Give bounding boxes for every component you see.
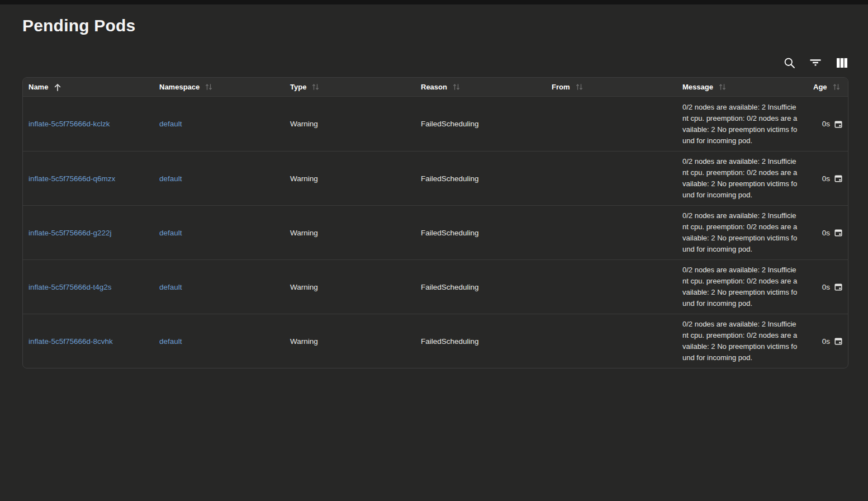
pod-name-link[interactable]: inflate-5c5f75666d-kclzk	[29, 120, 110, 128]
column-header-label: Age	[813, 83, 827, 91]
sort-icon	[205, 83, 213, 91]
pod-name-link[interactable]: inflate-5c5f75666d-g222j	[29, 229, 112, 237]
page-title: Pending Pods	[22, 16, 848, 35]
column-header-name[interactable]: Name	[23, 83, 154, 92]
age-cell: 0s	[808, 120, 848, 129]
pod-name-link[interactable]: inflate-5c5f75666d-8cvhk	[29, 337, 113, 346]
reason-cell: FailedScheduling	[415, 229, 546, 237]
table-body: inflate-5c5f75666d-kclzk default Warning…	[23, 97, 848, 368]
pod-name-link[interactable]: inflate-5c5f75666d-q6mzx	[29, 174, 115, 183]
columns-button[interactable]	[835, 56, 848, 69]
sort-icon	[311, 83, 320, 91]
sort-icon	[718, 83, 727, 91]
sort-icon	[452, 83, 461, 91]
namespace-link[interactable]: default	[159, 229, 182, 237]
column-header-message[interactable]: Message	[677, 83, 808, 91]
age-cell: 0s	[808, 228, 848, 237]
type-cell: Warning	[284, 229, 415, 237]
filter-button[interactable]	[809, 56, 822, 69]
table-toolbar	[22, 56, 848, 69]
table-row: inflate-5c5f75666d-g222j default Warning…	[23, 205, 848, 259]
message-cell: 0/2 nodes are available: 2 Insufficient …	[677, 102, 808, 146]
table-row: inflate-5c5f75666d-8cvhk default Warning…	[23, 314, 848, 368]
type-cell: Warning	[284, 120, 415, 128]
pending-pods-page: Pending Pods	[0, 16, 868, 368]
column-header-label: Type	[290, 83, 306, 91]
column-header-age[interactable]: Age	[808, 83, 848, 91]
message-cell: 0/2 nodes are available: 2 Insufficient …	[677, 319, 808, 363]
sort-ascending-icon	[53, 83, 62, 92]
column-header-type[interactable]: Type	[284, 83, 415, 91]
age-value: 0s	[822, 229, 830, 237]
pod-name-link[interactable]: inflate-5c5f75666d-t4g2s	[29, 283, 112, 291]
calendar-icon[interactable]	[834, 120, 843, 129]
column-header-label: From	[552, 83, 570, 91]
reason-cell: FailedScheduling	[415, 283, 546, 291]
column-header-label: Reason	[421, 83, 447, 91]
age-value: 0s	[822, 337, 830, 346]
calendar-icon[interactable]	[834, 174, 843, 183]
age-cell: 0s	[808, 282, 848, 291]
message-cell: 0/2 nodes are available: 2 Insufficient …	[677, 264, 808, 309]
calendar-icon[interactable]	[834, 228, 843, 237]
reason-cell: FailedScheduling	[415, 174, 546, 183]
sort-icon	[575, 83, 584, 91]
table-row: inflate-5c5f75666d-kclzk default Warning…	[23, 97, 848, 151]
search-button[interactable]	[782, 56, 796, 69]
table-header-row: Name Namespace Type	[23, 78, 848, 97]
table-row: inflate-5c5f75666d-t4g2s default Warning…	[23, 259, 848, 314]
filter-icon	[809, 56, 822, 69]
column-header-reason[interactable]: Reason	[415, 83, 546, 91]
type-cell: Warning	[284, 174, 415, 183]
namespace-link[interactable]: default	[159, 337, 182, 346]
columns-icon	[836, 58, 848, 68]
age-cell: 0s	[808, 174, 848, 183]
search-icon	[784, 57, 795, 69]
column-header-namespace[interactable]: Namespace	[154, 83, 284, 91]
pending-pods-table: Name Namespace Type	[22, 77, 848, 368]
message-cell: 0/2 nodes are available: 2 Insufficient …	[677, 156, 808, 201]
calendar-icon[interactable]	[834, 337, 843, 346]
column-header-label: Namespace	[159, 83, 200, 91]
column-header-from[interactable]: From	[546, 83, 677, 91]
table-row: inflate-5c5f75666d-q6mzx default Warning…	[23, 151, 848, 205]
age-cell: 0s	[808, 337, 848, 346]
namespace-link[interactable]: default	[159, 120, 182, 128]
top-bar	[0, 0, 868, 4]
reason-cell: FailedScheduling	[415, 120, 546, 128]
type-cell: Warning	[284, 283, 415, 291]
column-header-label: Name	[29, 83, 48, 91]
namespace-link[interactable]: default	[159, 174, 182, 183]
reason-cell: FailedScheduling	[415, 337, 546, 346]
column-header-label: Message	[682, 83, 713, 91]
calendar-icon[interactable]	[834, 282, 843, 291]
message-cell: 0/2 nodes are available: 2 Insufficient …	[677, 210, 808, 255]
sort-icon	[832, 83, 841, 91]
namespace-link[interactable]: default	[159, 283, 182, 291]
age-value: 0s	[822, 174, 830, 183]
age-value: 0s	[822, 120, 830, 128]
type-cell: Warning	[284, 337, 415, 346]
age-value: 0s	[822, 283, 830, 291]
